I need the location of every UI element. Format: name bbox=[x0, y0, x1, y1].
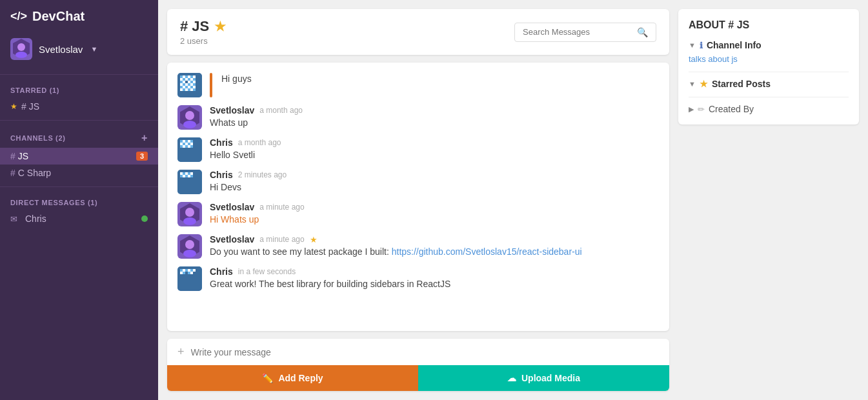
upload-media-label: Upload Media bbox=[521, 373, 580, 383]
message-header: Svetloslav a minute ago ★ bbox=[210, 234, 659, 245]
sidebar-item-csharp[interactable]: # C Sharp bbox=[0, 165, 158, 181]
svg-rect-47 bbox=[190, 140, 193, 143]
edit-icon: ✏️ bbox=[262, 373, 273, 383]
svg-point-74 bbox=[183, 250, 196, 257]
avatar bbox=[177, 170, 202, 194]
svg-rect-43 bbox=[180, 140, 183, 143]
channel-info-label: Channel Info bbox=[707, 40, 762, 50]
about-divider bbox=[689, 97, 849, 97]
message-text: Hi Whats up bbox=[210, 214, 659, 226]
search-box[interactable]: 🔍 bbox=[514, 23, 656, 42]
avatar bbox=[177, 105, 202, 130]
svg-rect-28 bbox=[183, 86, 185, 88]
star-icon: ★ bbox=[10, 102, 17, 111]
svg-rect-29 bbox=[185, 86, 188, 88]
sidebar-item-js[interactable]: # JS 3 bbox=[0, 148, 158, 165]
info-icon: ℹ bbox=[700, 41, 703, 50]
svg-rect-81 bbox=[193, 269, 196, 272]
channel-js-badge: 3 bbox=[136, 152, 148, 161]
channel-star-icon[interactable]: ★ bbox=[214, 19, 226, 34]
table-row: Hi guys bbox=[167, 69, 669, 101]
message-header: Svetloslav a month ago bbox=[210, 105, 659, 115]
message-time: 2 minutes ago bbox=[238, 170, 287, 179]
message-link[interactable]: https://github.com/Svetloslav15/react-si… bbox=[392, 246, 582, 257]
message-body: Hi guys bbox=[221, 73, 659, 86]
svg-rect-4 bbox=[180, 75, 183, 78]
svg-rect-48 bbox=[180, 143, 183, 145]
svg-point-71 bbox=[183, 217, 196, 225]
hash-icon: # bbox=[10, 168, 15, 178]
about-divider bbox=[689, 72, 849, 72]
user-row[interactable]: Svetloslav ▼ bbox=[0, 33, 158, 69]
at-icon: ✉ bbox=[10, 214, 17, 224]
svg-rect-64 bbox=[180, 175, 183, 177]
svg-rect-59 bbox=[180, 172, 183, 175]
svg-rect-46 bbox=[188, 140, 190, 143]
svg-rect-27 bbox=[180, 86, 183, 88]
message-input[interactable] bbox=[191, 347, 659, 357]
svg-point-70 bbox=[185, 208, 194, 217]
svg-point-73 bbox=[185, 240, 194, 249]
logo-icon: </> bbox=[10, 10, 27, 23]
channel-title-block: # JS ★ 2 users bbox=[180, 18, 226, 46]
message-text: Hi Devs bbox=[210, 181, 659, 194]
svg-rect-8 bbox=[190, 75, 193, 78]
search-input[interactable] bbox=[523, 27, 632, 37]
add-attachment-button[interactable]: + bbox=[177, 345, 185, 359]
svg-rect-33 bbox=[180, 88, 183, 91]
collapse-icon: ▼ bbox=[689, 41, 696, 49]
svg-rect-67 bbox=[188, 175, 190, 177]
svg-rect-22 bbox=[183, 83, 185, 86]
created-by-row[interactable]: ▶ ✏ Created By bbox=[689, 104, 849, 114]
svg-rect-78 bbox=[185, 269, 188, 272]
table-row: Chris 2 minutes ago Hi Devs bbox=[167, 166, 669, 198]
message-body: Chris 2 minutes ago Hi Devs bbox=[210, 170, 659, 194]
svg-rect-44 bbox=[183, 140, 185, 143]
svg-rect-38 bbox=[193, 88, 196, 91]
table-row: Svetloslav a minute ago Hi Whats up bbox=[167, 198, 669, 230]
message-text: Do you want to see my latest package I b… bbox=[210, 246, 659, 259]
channel-header: # JS ★ 2 users 🔍 bbox=[167, 9, 669, 55]
add-channel-button[interactable]: + bbox=[141, 132, 148, 144]
channel-csharp-label: C Sharp bbox=[18, 168, 148, 178]
collapse-icon: ▼ bbox=[689, 80, 696, 88]
input-row: + bbox=[167, 339, 669, 365]
search-icon: 🔍 bbox=[637, 27, 648, 37]
main-area: # JS ★ 2 users 🔍 bbox=[158, 0, 678, 400]
channel-info-header[interactable]: ▼ ℹ Channel Info bbox=[689, 40, 849, 50]
expand-icon: ▶ bbox=[689, 105, 694, 114]
svg-rect-61 bbox=[185, 172, 188, 175]
sidebar-item-js-starred[interactable]: ★ # JS bbox=[0, 98, 158, 115]
online-status-dot bbox=[141, 215, 148, 222]
user-initials bbox=[10, 38, 32, 60]
sidebar-item-chris-dm[interactable]: ✉ Chris bbox=[0, 210, 158, 227]
hash-icon: # bbox=[10, 151, 15, 161]
svg-rect-19 bbox=[190, 81, 193, 83]
starred-posts-header[interactable]: ▼ ★ Starred Posts bbox=[689, 79, 849, 89]
upload-media-button[interactable]: ☁ Upload Media bbox=[418, 365, 669, 391]
message-text: Whats up bbox=[210, 117, 659, 130]
svg-rect-21 bbox=[180, 83, 183, 86]
svg-rect-36 bbox=[188, 88, 190, 91]
svg-rect-79 bbox=[188, 269, 190, 272]
table-row: Svetloslav a month ago Whats up bbox=[167, 101, 669, 134]
message-header: Chris 2 minutes ago bbox=[210, 170, 659, 180]
about-title: ABOUT # JS bbox=[689, 19, 849, 31]
svg-rect-84 bbox=[188, 272, 190, 274]
svg-rect-13 bbox=[188, 78, 190, 81]
svg-point-40 bbox=[185, 111, 194, 120]
svg-point-1 bbox=[17, 43, 25, 51]
channel-info-section: ▼ ℹ Channel Info talks about js bbox=[689, 40, 849, 64]
starred-section-header: STARRED (1) bbox=[0, 80, 158, 98]
message-text: Hello Svetli bbox=[210, 149, 659, 162]
svg-rect-7 bbox=[188, 75, 190, 78]
message-author: Chris bbox=[210, 266, 233, 277]
channels-section-label: CHANNELS (2) bbox=[10, 134, 66, 142]
channel-name: # JS bbox=[180, 18, 209, 35]
svg-point-41 bbox=[183, 121, 196, 128]
message-author: Svetloslav bbox=[210, 105, 254, 115]
brand: </> DevChat bbox=[0, 0, 158, 33]
svg-rect-35 bbox=[185, 88, 188, 91]
message-author: Chris bbox=[210, 170, 233, 180]
add-reply-button[interactable]: ✏️ Add Reply bbox=[167, 365, 418, 391]
